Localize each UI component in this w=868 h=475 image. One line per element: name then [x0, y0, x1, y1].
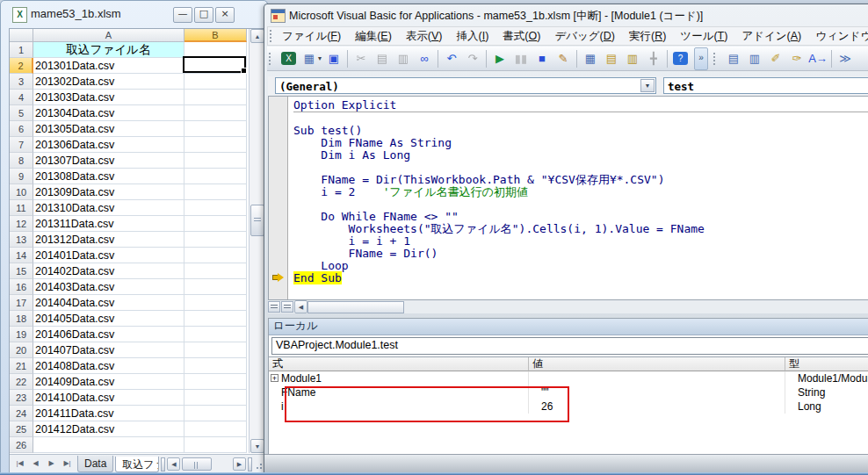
view-excel-icon[interactable]: X: [281, 52, 296, 65]
menu-W[interactable]: ウィンドウ(W): [808, 27, 868, 45]
properties-window-icon[interactable]: ▤: [602, 49, 621, 68]
cell-a22[interactable]: 201409Data.csv: [33, 374, 184, 390]
break-icon[interactable]: ▮▮: [511, 49, 531, 68]
toolbox-icon[interactable]: ╋: [644, 49, 663, 68]
indent-icon[interactable]: ≫: [835, 49, 855, 68]
cell-b22[interactable]: [184, 374, 247, 390]
cell-b4[interactable]: [184, 90, 247, 105]
sheet-nav-icon-0[interactable]: |◀: [12, 457, 27, 471]
toolbar-grip[interactable]: [269, 53, 275, 65]
menubar-grip[interactable]: [270, 30, 271, 42]
cell-a24[interactable]: 201411Data.csv: [33, 406, 184, 421]
locals-col-expression[interactable]: 式: [269, 357, 529, 371]
code-line[interactable]: [293, 198, 868, 211]
row-number[interactable]: 16: [10, 279, 33, 295]
code-line[interactable]: Dim i As Long: [293, 149, 868, 162]
cell-b16[interactable]: [184, 279, 247, 295]
cell-a18[interactable]: 201405Data.csv: [33, 311, 184, 327]
cell-b14[interactable]: [184, 248, 247, 263]
cell-a3[interactable]: 201302Data.csv: [33, 74, 184, 90]
cell-a10[interactable]: 201309Data.csv: [33, 184, 184, 200]
code-line[interactable]: [293, 112, 868, 125]
cell-b5[interactable]: [184, 105, 247, 121]
code-line[interactable]: FName = Dir(ThisWorkbook.Path & "¥CSV保存用…: [293, 174, 868, 186]
row-number[interactable]: 22: [10, 374, 33, 390]
edit-toolbar-grip[interactable]: [713, 53, 720, 65]
cell-b17[interactable]: [184, 295, 247, 311]
cell-b3[interactable]: [184, 74, 247, 90]
parameter-info-icon[interactable]: ✑: [787, 49, 807, 68]
row-number[interactable]: 8: [10, 153, 33, 169]
sheet-nav-icon-2[interactable]: ▶: [44, 457, 59, 471]
insert-userform-icon[interactable]: ▦: [300, 49, 319, 68]
code-editor[interactable]: Option ExplicitSub test() Dim FName As S…: [288, 97, 868, 299]
scroll-up-icon[interactable]: ▲: [250, 29, 264, 43]
code-line[interactable]: Sub test(): [293, 125, 868, 137]
code-line[interactable]: FName = Dir(): [293, 248, 868, 260]
object-combobox[interactable]: (General) ▼: [275, 77, 656, 94]
row-number[interactable]: 21: [10, 358, 33, 374]
excel-titlebar[interactable]: X mame53_1b.xlsm — □ ×: [1, 1, 267, 27]
sheet-nav-icon-3[interactable]: ▶|: [60, 457, 75, 471]
locals-title[interactable]: ローカル: [269, 319, 868, 335]
code-line[interactable]: Worksheets("取込ファイル名").Cells(i, 1).Value …: [293, 223, 868, 235]
menu-V[interactable]: 表示(V): [399, 27, 450, 45]
code-line[interactable]: Dim FName As String: [293, 137, 868, 149]
row-number[interactable]: 15: [10, 263, 33, 279]
row-number[interactable]: 2: [10, 58, 33, 74]
restore-icon[interactable]: □: [194, 7, 213, 23]
vba-window-bottom-frame[interactable]: [264, 454, 868, 473]
cell-b11[interactable]: [184, 200, 247, 216]
vba-titlebar[interactable]: Microsoft Visual Basic for Applications …: [264, 4, 868, 25]
vertical-scrollbar-thumb[interactable]: [250, 205, 264, 236]
cell-b9[interactable]: [184, 169, 247, 184]
menu-R[interactable]: 実行(R): [622, 27, 673, 45]
row-number[interactable]: 20: [10, 342, 33, 358]
cell-b18[interactable]: [184, 311, 247, 327]
menu-I[interactable]: 挿入(I): [450, 27, 496, 45]
reset-icon[interactable]: ■: [532, 49, 552, 68]
code-line[interactable]: i = 2 'ファイル名書込行の初期値: [293, 186, 868, 198]
cell-a26[interactable]: [33, 437, 184, 453]
row-number[interactable]: 6: [10, 121, 33, 137]
cell-a21[interactable]: 201408Data.csv: [33, 358, 184, 374]
cell-b12[interactable]: [184, 216, 247, 232]
redo-icon[interactable]: ↷: [463, 49, 482, 68]
undo-icon[interactable]: ↶: [442, 49, 461, 68]
sheet-nav-icon-1[interactable]: ◀: [28, 457, 43, 471]
quick-info-icon[interactable]: ✐: [766, 49, 785, 68]
fill-handle[interactable]: [241, 68, 247, 74]
cell-a4[interactable]: 201303Data.csv: [33, 90, 184, 105]
hscroll-left-icon[interactable]: ◀: [167, 457, 180, 471]
row-number[interactable]: 25: [10, 421, 33, 437]
list-constants-icon[interactable]: ▥: [745, 49, 764, 68]
menu-F[interactable]: ファイル(F): [275, 27, 348, 45]
complete-word-icon[interactable]: A→: [808, 49, 828, 68]
cell-b7[interactable]: [184, 137, 247, 153]
cell-b23[interactable]: [184, 390, 247, 406]
cut-icon[interactable]: ✂: [351, 49, 371, 68]
locals-col-type[interactable]: 型: [785, 357, 868, 371]
row-number[interactable]: 3: [10, 74, 33, 90]
row-number[interactable]: 24: [10, 406, 33, 421]
cell-a13[interactable]: 201312Data.csv: [33, 232, 184, 248]
row-number[interactable]: 23: [10, 390, 33, 406]
find-icon[interactable]: ∞: [415, 49, 434, 68]
menu-O[interactable]: 書式(O): [495, 27, 547, 45]
cell-b6[interactable]: [184, 121, 247, 137]
select-all-corner[interactable]: [10, 29, 33, 42]
hscroll-right-icon[interactable]: ▶: [233, 457, 246, 471]
locals-row[interactable]: Module1+Module1/Module1: [269, 371, 868, 385]
row-number[interactable]: 17: [10, 295, 33, 311]
toolbar-options-icon[interactable]: »: [694, 47, 708, 70]
minimize-icon[interactable]: —: [173, 7, 192, 23]
cell-b10[interactable]: [184, 184, 247, 200]
expand-icon[interactable]: +: [271, 374, 278, 382]
menu-A[interactable]: アドイン(A): [734, 27, 808, 45]
list-properties-icon[interactable]: ▤: [724, 49, 743, 68]
cell-a17[interactable]: 201404Data.csv: [33, 295, 184, 311]
row-number[interactable]: 12: [10, 216, 33, 232]
code-margin-indicator-bar[interactable]: [269, 97, 288, 299]
cell-a1[interactable]: 取込ファイル名: [33, 42, 184, 58]
cell-a9[interactable]: 201308Data.csv: [33, 169, 184, 184]
